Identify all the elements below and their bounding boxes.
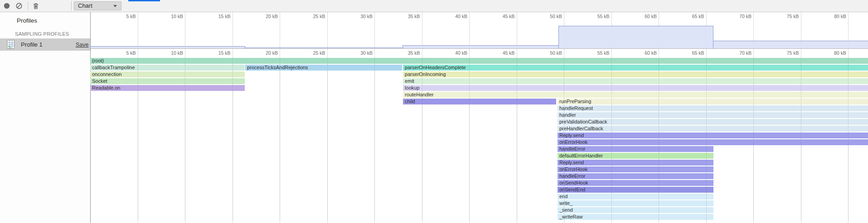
- flame-gridline-overlay: [706, 58, 707, 221]
- flame-bar[interactable]: _send: [558, 207, 713, 213]
- flame-ruler-tick-label: 20 kB: [252, 50, 278, 56]
- flame-gridline-overlay: [138, 58, 138, 221]
- allocation-overview-area-step[interactable]: [245, 47, 402, 48]
- flame-gridline-overlay: [753, 58, 754, 221]
- flame-bar[interactable]: handleRequest: [558, 105, 868, 111]
- allocation-chart-pane[interactable]: 5 kB5 kB10 kB10 kB15 kB15 kB20 kB20 kB25…: [91, 12, 868, 223]
- toolbar-divider: [28, 2, 28, 10]
- overview-ruler-tick-label: 15 kB: [204, 14, 231, 19]
- flame-bar[interactable]: Socket: [90, 78, 245, 84]
- flame-ruler-tick-label: 35 kB: [394, 50, 420, 56]
- flame-ruler-tick-label: 65 kB: [678, 50, 704, 56]
- overview-baseline: [91, 48, 868, 49]
- active-tab-indicator: [128, 0, 160, 1]
- flame-bar[interactable]: onSendEnd: [558, 187, 713, 193]
- clear-button[interactable]: [15, 2, 23, 9]
- flame-ruler-tick-label: 80 kB: [820, 50, 846, 56]
- flame-bar[interactable]: (root): [90, 58, 868, 64]
- flame-ruler-tick-label: 40 kB: [441, 50, 467, 56]
- flame-bar[interactable]: end: [558, 194, 713, 199]
- allocation-overview-area-step[interactable]: [90, 46, 245, 48]
- record-icon: [3, 2, 10, 9]
- flame-bar[interactable]: runPreParsing: [558, 99, 868, 104]
- flame-gridline-overlay: [233, 58, 233, 221]
- flame-bar[interactable]: handleError: [558, 173, 713, 179]
- flame-gridline-overlay: [374, 58, 375, 221]
- overview-ruler-tick-label: 70 kB: [725, 14, 752, 19]
- flame-ruler-tick-label: 75 kB: [773, 50, 799, 56]
- flame-ruler-tick-label: 5 kB: [110, 50, 136, 56]
- flame-ruler-tick-label: 70 kB: [725, 50, 752, 56]
- flame-bar[interactable]: processTicksAndRejections: [245, 65, 402, 71]
- flame-bar[interactable]: onErrorHook: [558, 166, 713, 172]
- save-profile-link[interactable]: Save: [76, 42, 89, 48]
- profile-document-icon: %: [7, 40, 15, 49]
- flame-gridline-overlay: [659, 58, 659, 221]
- flame-bar[interactable]: onconnection: [90, 71, 245, 77]
- flame-gridline-overlay: [422, 58, 422, 221]
- flame-gridline-overlay: [564, 58, 564, 221]
- view-mode-select[interactable]: Chart: [74, 1, 121, 10]
- flame-bar[interactable]: lookup: [403, 85, 868, 91]
- record-button[interactable]: [3, 2, 10, 9]
- trash-icon: [32, 2, 39, 9]
- delete-profile-button[interactable]: [32, 2, 39, 9]
- overview-ruler-tick-label: 80 kB: [820, 14, 846, 19]
- allocation-overview-area-step[interactable]: [558, 26, 713, 48]
- overview-ruler-tick-label: 65 kB: [678, 14, 704, 19]
- toolbar-divider: [71, 1, 72, 11]
- profiles-heading: Profiles: [17, 17, 37, 24]
- overview-ruler-tick-label: 45 kB: [489, 14, 515, 19]
- block-icon: [15, 2, 23, 9]
- flame-ruler-tick-label: 25 kB: [299, 50, 325, 56]
- flame-bar[interactable]: parserOnHeadersComplete: [403, 65, 868, 71]
- flame-gridline-overlay: [611, 58, 612, 221]
- flame-gridline-overlay: [280, 58, 280, 221]
- flame-bar[interactable]: Readable.on: [90, 85, 245, 91]
- flame-gridline-overlay: [848, 58, 849, 221]
- flame-bar[interactable]: Reply.send: [558, 160, 713, 166]
- allocation-overview-area-step[interactable]: [713, 41, 868, 48]
- flame-ruler-tick-label: 10 kB: [157, 50, 183, 56]
- flame-bar[interactable]: write_: [558, 200, 713, 206]
- flame-gridline-overlay: [517, 58, 517, 221]
- flame-bar[interactable]: handler: [558, 112, 868, 118]
- flame-bar[interactable]: emit: [403, 78, 868, 84]
- svg-text:%: %: [8, 45, 11, 49]
- flame-ruler-tick-label: 55 kB: [583, 50, 610, 56]
- overview-ruler-tick-label: 60 kB: [630, 14, 657, 19]
- overview-ruler-tick-label: 40 kB: [441, 14, 467, 19]
- allocation-overview-area-step[interactable]: [402, 45, 558, 49]
- overview-ruler-tick-label: 20 kB: [252, 14, 278, 19]
- flame-ruler-tick-label: 30 kB: [346, 50, 373, 56]
- flame-bar[interactable]: handleError: [558, 146, 713, 152]
- flame-bar[interactable]: callbackTrampoline: [90, 65, 245, 71]
- flame-gridline-overlay: [185, 58, 185, 221]
- overview-ruler-tick-label: 75 kB: [773, 14, 799, 19]
- flame-bar[interactable]: onErrorHook: [558, 139, 868, 145]
- view-mode-selected-label: Chart: [78, 2, 92, 9]
- profile-name: Profile 1: [21, 41, 43, 48]
- profiles-sidebar: Profiles SAMPLING PROFILES % Profile 1 S…: [0, 12, 91, 223]
- overview-ruler-tick-label: 30 kB: [346, 14, 373, 19]
- sampling-profiles-section-label: SAMPLING PROFILES: [15, 31, 69, 37]
- flame-bar[interactable]: preValidationCallback: [558, 119, 868, 125]
- flame-bar[interactable]: routeHandler: [403, 92, 868, 98]
- overview-ruler-tick-label: 25 kB: [299, 14, 325, 19]
- overview-ruler-tick-label: 50 kB: [536, 14, 562, 19]
- chevron-down-icon: [113, 5, 117, 7]
- flame-gridline-overlay: [469, 58, 470, 221]
- flame-gridline-overlay: [327, 58, 328, 221]
- flame-bar[interactable]: preHandlerCallback: [558, 126, 868, 132]
- flame-bar[interactable]: Reply.send: [558, 133, 868, 138]
- flame-ruler-tick-label: 60 kB: [630, 50, 657, 56]
- flame-bar[interactable]: _writeRaw: [558, 214, 713, 220]
- flame-ruler-tick-label: 50 kB: [536, 50, 562, 56]
- overview-ruler-tick-label: 55 kB: [583, 14, 610, 19]
- flame-bar[interactable]: child: [403, 99, 556, 104]
- flame-bar[interactable]: defaultErrorHandler: [558, 153, 713, 159]
- sidebar-item-profile-1[interactable]: % Profile 1 Save: [0, 38, 90, 51]
- flame-bar[interactable]: parserOnIncoming: [403, 71, 868, 77]
- overview-ruler-tick-label: 35 kB: [394, 14, 420, 19]
- flame-bar[interactable]: onSendHook: [558, 180, 713, 186]
